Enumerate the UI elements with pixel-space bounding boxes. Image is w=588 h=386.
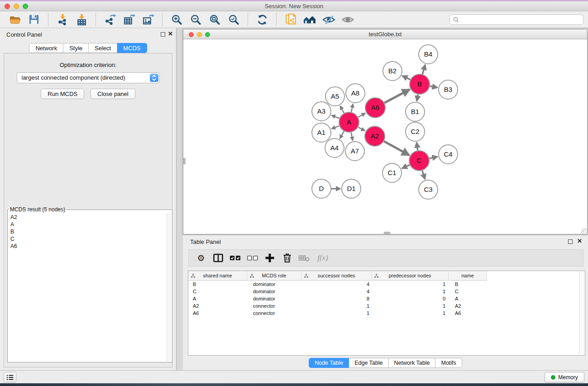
edge-A-A1[interactable] — [331, 126, 339, 129]
zoom-fit-icon[interactable] — [208, 13, 221, 26]
export-table-icon[interactable] — [122, 13, 136, 26]
import-table-icon[interactable] — [75, 13, 88, 26]
node-B4[interactable]: B4 — [419, 45, 438, 64]
column-header-name[interactable]: name — [449, 271, 487, 281]
select-all-checkboxes-icon[interactable] — [228, 251, 243, 265]
zoom-out-icon[interactable] — [189, 13, 202, 26]
edge-A-A3[interactable] — [331, 115, 339, 119]
table-row[interactable]: A6connector11A6 — [188, 310, 585, 317]
node-D[interactable]: D — [312, 179, 331, 198]
edge-A-A4[interactable] — [340, 131, 344, 138]
node-A8[interactable]: A8 — [346, 84, 365, 103]
search-field[interactable] — [449, 14, 583, 25]
network-canvas[interactable]: B4B2BB3A5A8A6A3B1AA1C2A2A4A7C4CC1C3DD1 — [183, 39, 587, 234]
node-B[interactable]: B — [410, 74, 430, 94]
hide-selected-eye-icon[interactable] — [322, 13, 335, 26]
node-attribute-table[interactable]: shared nameMCDS rolesuccessor nodesprede… — [188, 271, 585, 356]
node-A7[interactable]: A7 — [345, 142, 364, 161]
show-column-icon[interactable] — [210, 251, 226, 265]
export-image-icon[interactable] — [141, 13, 155, 26]
tab-motifs[interactable]: Motifs — [435, 358, 462, 368]
edge-B-B2[interactable] — [402, 76, 411, 80]
export-network-icon[interactable] — [103, 13, 117, 26]
import-network-icon[interactable] — [56, 13, 69, 26]
delete-column-trash-icon[interactable] — [279, 251, 295, 265]
float-table-panel-icon[interactable] — [568, 239, 573, 244]
network-close-icon[interactable] — [189, 32, 194, 37]
mcds-result-item[interactable]: A6 — [10, 243, 172, 250]
node-B3[interactable]: B3 — [439, 80, 458, 99]
edge-C-C4[interactable] — [429, 157, 437, 158]
table-row[interactable]: A2connector11A2 — [188, 302, 585, 310]
column-header-predecessor-nodes[interactable]: predecessor nodes — [372, 271, 449, 281]
column-header-successor-nodes[interactable]: successor nodes — [301, 271, 372, 281]
node-C2[interactable]: C2 — [406, 122, 425, 141]
deselect-all-checkboxes-icon[interactable] — [245, 251, 260, 265]
close-panel-button[interactable]: Close panel — [91, 89, 135, 99]
edge-A-A2[interactable] — [358, 127, 365, 131]
node-C1[interactable]: C1 — [382, 163, 402, 182]
criterion-dropdown[interactable]: largest connected component (directed) — [17, 72, 160, 83]
search-input[interactable] — [461, 17, 583, 23]
node-B2[interactable]: B2 — [383, 62, 402, 81]
open-folder-icon[interactable] — [8, 13, 22, 26]
column-header-mcds-role[interactable]: MCDS role — [247, 271, 301, 281]
table-row[interactable]: Bdominator41B — [188, 281, 585, 288]
zoom-window-icon[interactable] — [23, 4, 28, 9]
node-A[interactable]: A — [339, 112, 359, 132]
mcds-result-item[interactable]: C — [10, 235, 172, 243]
mcds-result-item[interactable]: B — [10, 228, 172, 235]
edge-A6-B[interactable] — [384, 90, 410, 103]
edge-A-A5[interactable] — [340, 106, 344, 113]
run-mcds-button[interactable]: Run MCDS — [41, 89, 84, 99]
edge-A2-C[interactable] — [384, 141, 409, 155]
table-row[interactable]: Adominator80A — [188, 295, 585, 302]
add-column-icon[interactable] — [262, 251, 277, 265]
delete-table-icon[interactable] — [296, 251, 312, 265]
save-session-icon[interactable] — [27, 13, 41, 26]
tab-style[interactable]: Style — [63, 43, 89, 53]
horizontal-pan-thumb[interactable] — [384, 232, 390, 234]
float-panel-icon[interactable] — [161, 32, 165, 37]
close-panel-icon[interactable]: ✕ — [168, 30, 173, 37]
memory-button[interactable]: Memory — [545, 372, 584, 382]
node-C3[interactable]: C3 — [419, 180, 438, 199]
mcds-result-item[interactable]: A — [10, 221, 172, 228]
refresh-layout-icon[interactable] — [255, 13, 269, 26]
edge-C-C2[interactable] — [416, 143, 417, 150]
tab-mcds[interactable]: MCDS — [117, 43, 147, 53]
edge-C-C3[interactable] — [422, 171, 425, 179]
show-all-eye-icon[interactable] — [341, 13, 354, 26]
minimize-window-icon[interactable] — [14, 4, 19, 9]
node-A6[interactable]: A6 — [365, 98, 385, 118]
edge-B-B3[interactable] — [430, 86, 438, 87]
edge-C-C1[interactable] — [402, 165, 410, 168]
node-A4[interactable]: A4 — [325, 138, 344, 157]
network-minimize-icon[interactable] — [197, 32, 202, 37]
node-A5[interactable]: A5 — [325, 87, 344, 106]
node-D1[interactable]: D1 — [342, 179, 361, 198]
tab-network[interactable]: Network — [29, 43, 63, 53]
tab-select[interactable]: Select — [89, 43, 117, 53]
vertical-pan-thumb[interactable] — [183, 158, 186, 164]
resize-handle-icon[interactable] — [581, 228, 587, 234]
node-C[interactable]: C — [409, 151, 429, 171]
node-A3[interactable]: A3 — [312, 102, 331, 121]
edge-A-A8[interactable] — [351, 104, 353, 112]
table-row[interactable]: Cdominator41C — [188, 288, 585, 295]
zoom-selected-icon[interactable] — [227, 13, 240, 26]
tab-edge-table[interactable]: Edge Table — [349, 358, 388, 368]
table-settings-gear-icon[interactable]: ⚙ — [193, 251, 209, 265]
zoom-in-icon[interactable] — [170, 13, 183, 26]
edge-B-B1[interactable] — [417, 95, 418, 101]
node-C4[interactable]: C4 — [439, 145, 458, 164]
edge-A-A6[interactable] — [358, 113, 365, 117]
mcds-result-scrollbar[interactable] — [167, 213, 172, 362]
column-header-shared-name[interactable]: shared name — [188, 271, 247, 281]
node-A2[interactable]: A2 — [365, 126, 385, 146]
close-table-panel-icon[interactable]: ✕ — [577, 238, 582, 244]
function-builder-icon[interactable]: f(x) — [314, 251, 329, 265]
duplicate-network-icon[interactable] — [284, 13, 297, 26]
network-window-titlebar[interactable]: testGlobe.txt — [183, 29, 587, 39]
node-A1[interactable]: A1 — [312, 123, 331, 142]
